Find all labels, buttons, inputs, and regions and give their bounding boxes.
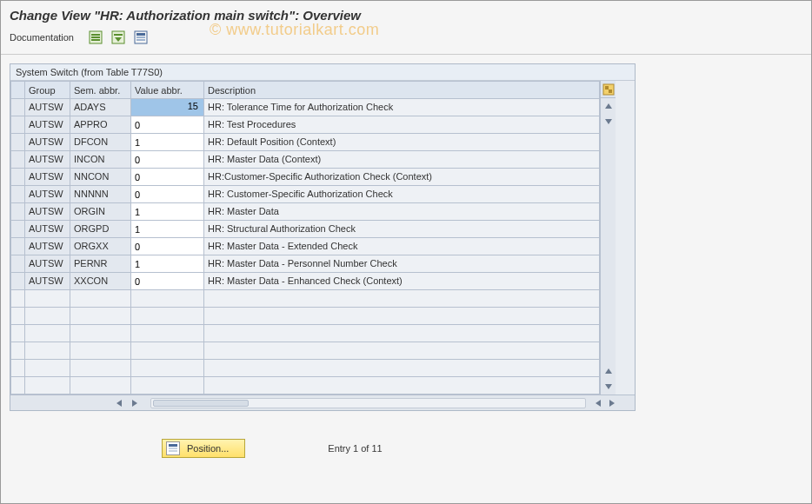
cell-value-input[interactable]: [131, 255, 203, 272]
svg-marker-18: [116, 400, 122, 407]
cell-description: HR: Default Position (Context): [204, 134, 599, 150]
panel-title: System Switch (from Table T77S0): [10, 64, 635, 81]
hscroll-right2-icon[interactable]: [605, 396, 619, 410]
table-row[interactable]: AUTSWPERNRHR: Master Data - Personnel Nu…: [11, 255, 600, 273]
col-description[interactable]: Description: [204, 82, 600, 99]
table-row[interactable]: AUTSWXXCONHR: Master Data - Enhanced Che…: [11, 273, 600, 290]
svg-rect-1: [91, 34, 100, 36]
scroll-up2-icon[interactable]: [601, 363, 616, 379]
position-button[interactable]: Position...: [162, 439, 245, 458]
table-row[interactable]: AUTSWNNCONHR:Customer-Specific Authoriza…: [11, 169, 600, 186]
cell-description: HR: Customer-Specific Authorization Chec…: [204, 186, 599, 202]
table-row-empty: [11, 290, 600, 308]
svg-rect-8: [136, 33, 145, 36]
cell-value-input[interactable]: [131, 151, 203, 168]
hscroll-left2-icon[interactable]: [591, 396, 605, 410]
scroll-down-icon[interactable]: [601, 114, 616, 129]
scroll-up-icon[interactable]: [601, 98, 616, 114]
row-selector[interactable]: [11, 203, 24, 220]
select-icon[interactable]: [133, 30, 149, 45]
hscroll-left-icon[interactable]: [112, 396, 126, 410]
cell-value-selected[interactable]: 15: [131, 99, 203, 116]
table-row[interactable]: AUTSWORGPDHR: Structural Authorization C…: [11, 221, 600, 238]
svg-marker-16: [605, 368, 612, 374]
svg-rect-23: [169, 444, 177, 447]
svg-rect-25: [169, 450, 177, 452]
table-row-empty: [11, 325, 600, 342]
vertical-scrollbar[interactable]: [600, 81, 616, 395]
cell-sem-abbr: NNNNN: [70, 186, 130, 202]
table-row[interactable]: AUTSWDFCONHR: Default Position (Context): [11, 134, 600, 151]
table-row[interactable]: AUTSWADAYS15HR: Tolerance Time for Autho…: [11, 99, 600, 116]
cell-description: HR:Customer-Specific Authorization Check…: [204, 169, 599, 185]
cell-sem-abbr: ORGXX: [70, 238, 130, 255]
cell-group: AUTSW: [25, 169, 70, 185]
svg-marker-15: [605, 119, 612, 124]
cell-value-input[interactable]: [131, 134, 203, 150]
row-selector[interactable]: [11, 169, 24, 185]
table-row-empty: [11, 360, 600, 377]
svg-rect-10: [136, 39, 145, 41]
cell-group: AUTSW: [25, 255, 70, 272]
hscroll-right-icon[interactable]: [128, 396, 142, 410]
cell-group: AUTSW: [25, 186, 70, 202]
table-row[interactable]: AUTSWNNNNNHR: Customer-Specific Authoriz…: [11, 186, 600, 203]
svg-rect-5: [114, 34, 123, 36]
table-row[interactable]: AUTSWORGINHR: Master Data: [11, 203, 600, 221]
svg-rect-24: [169, 448, 177, 449]
table-config-icon[interactable]: [601, 81, 616, 98]
table-row[interactable]: AUTSWORGXXHR: Master Data - Extended Che…: [11, 238, 600, 255]
row-selector[interactable]: [11, 99, 24, 116]
svg-rect-9: [136, 36, 145, 38]
collapse-all-icon[interactable]: [110, 30, 126, 45]
horizontal-scrollbar[interactable]: [10, 395, 635, 410]
cell-value-input[interactable]: [131, 116, 203, 133]
row-selector[interactable]: [11, 116, 24, 133]
svg-rect-13: [609, 90, 612, 93]
page-title: Change View "HR: Authorization main swit…: [10, 8, 361, 23]
svg-rect-2: [91, 36, 100, 38]
svg-marker-19: [132, 400, 137, 407]
row-selector[interactable]: [11, 221, 24, 237]
expand-all-icon[interactable]: [88, 30, 103, 45]
col-value-abbr[interactable]: Value abbr.: [131, 82, 204, 99]
row-selector[interactable]: [11, 151, 24, 168]
cell-sem-abbr: PERNR: [70, 255, 130, 272]
svg-marker-20: [596, 400, 601, 407]
table-row-empty: [11, 377, 600, 395]
system-switch-panel: System Switch (from Table T77S0) Group S…: [10, 63, 636, 411]
cell-value-input[interactable]: [131, 221, 203, 237]
svg-marker-21: [609, 400, 615, 407]
col-sem-abbr[interactable]: Sem. abbr.: [70, 82, 131, 99]
cell-sem-abbr: DFCON: [70, 134, 130, 150]
cell-description: HR: Master Data (Context): [204, 151, 599, 168]
toolbar: Documentation © www.tutorialkart.com: [1, 26, 811, 55]
row-selector[interactable]: [11, 186, 24, 202]
row-selector[interactable]: [11, 134, 24, 150]
cell-value-input[interactable]: [131, 238, 203, 255]
row-selector[interactable]: [11, 273, 24, 289]
cell-group: AUTSW: [25, 151, 70, 168]
hscroll-track[interactable]: [150, 398, 586, 408]
svg-rect-3: [91, 39, 100, 41]
row-selector[interactable]: [11, 255, 24, 272]
cell-sem-abbr: XXCON: [70, 273, 130, 289]
cell-sem-abbr: APPRO: [70, 116, 130, 133]
hscroll-thumb[interactable]: [153, 400, 249, 407]
col-group[interactable]: Group: [25, 82, 70, 99]
cell-value-input[interactable]: [131, 186, 203, 202]
cell-value-input[interactable]: [131, 203, 203, 220]
cell-value-input[interactable]: [131, 169, 203, 185]
row-selector[interactable]: [11, 238, 24, 255]
cell-description: HR: Master Data: [204, 203, 599, 220]
settings-table: Group Sem. abbr. Value abbr. Description…: [10, 81, 600, 395]
table-row[interactable]: AUTSWAPPROHR: Test Procedures: [11, 116, 600, 134]
cell-group: AUTSW: [25, 238, 70, 255]
scroll-down2-icon[interactable]: [601, 379, 616, 395]
entry-count: Entry 1 of 11: [328, 443, 382, 454]
table-row[interactable]: AUTSWINCONHR: Master Data (Context): [11, 151, 600, 169]
svg-marker-17: [605, 384, 612, 389]
cell-value-input[interactable]: [131, 273, 203, 289]
table-row-empty: [11, 342, 600, 360]
cell-sem-abbr: INCON: [70, 151, 130, 168]
